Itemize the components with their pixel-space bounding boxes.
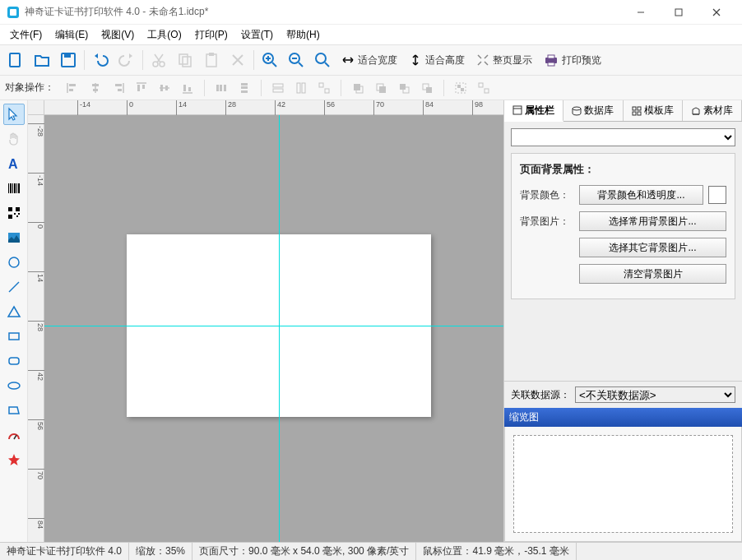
fit-height-button[interactable]: 适合高度 [404,53,470,67]
menu-file[interactable]: 文件(F) [3,26,49,44]
save-button[interactable] [56,48,81,72]
menu-print[interactable]: 打印(P) [188,26,234,44]
menu-view[interactable]: 视图(V) [95,26,141,44]
same-width-icon[interactable] [268,78,288,98]
titlebar: 神奇证卡证书打印软件 4.0 - 未命名1.idcp* [0,0,742,25]
svg-rect-96 [513,106,522,114]
choose-common-bg-button[interactable]: 选择常用背景图片... [579,211,726,231]
guide-horizontal[interactable] [44,326,503,326]
ruler-corner [28,100,44,115]
menu-edit[interactable]: 编辑(E) [49,26,95,44]
line-tool[interactable] [3,276,25,298]
status-page-size: 页面尺寸：90.0 毫米 x 54.0 毫米, 300 像素/英寸 [192,543,416,560]
group-icon[interactable] [451,78,471,98]
align-bottom-icon[interactable] [178,78,197,98]
align-top-icon[interactable] [132,78,151,98]
svg-rect-16 [209,53,214,56]
distribute-h-icon[interactable] [211,78,231,98]
zoom-out-button[interactable] [284,48,308,72]
horizontal-ruler[interactable]: -14 0 14 28 42 56 70 84 98 [44,100,503,115]
svg-rect-58 [273,89,283,92]
delete-button[interactable] [225,48,250,72]
vertical-ruler[interactable]: -28 -14 0 14 28 42 56 70 84 [28,115,44,542]
zoom-actual-button[interactable] [310,48,335,72]
star-tool[interactable] [3,449,25,470]
svg-point-26 [316,53,326,63]
gauge-tool[interactable] [3,424,25,446]
align-left-icon[interactable] [63,78,82,98]
ops-sep [261,80,262,96]
bg-color-swatch[interactable] [708,186,726,204]
svg-rect-77 [8,183,9,193]
ruler-tick: 98 [472,100,483,115]
toolbar-sep [253,50,254,70]
fit-width-button[interactable]: 适合宽度 [336,53,402,67]
svg-rect-73 [461,88,464,91]
choose-other-bg-button[interactable]: 选择其它背景图片... [579,238,726,257]
qrcode-tool[interactable] [3,202,25,224]
guide-vertical[interactable] [279,115,280,542]
tab-properties[interactable]: 属性栏 [504,100,563,122]
clear-bg-button[interactable]: 清空背景图片 [579,264,726,284]
print-preview-button[interactable]: 打印预览 [539,53,606,67]
paste-button[interactable] [199,48,224,72]
select-tool[interactable] [3,104,25,125]
full-page-button[interactable]: 整页显示 [471,53,537,67]
datasource-label: 关联数据源： [511,388,570,402]
send-backward-icon[interactable] [417,78,437,98]
copy-button[interactable] [173,48,197,72]
svg-rect-40 [115,84,122,86]
roundrect-tool[interactable] [3,350,25,372]
ungroup-icon[interactable] [474,78,494,98]
object-selector[interactable] [511,128,735,146]
tab-templates[interactable]: 模板库 [624,100,683,121]
barcode-tool[interactable] [3,178,25,199]
object-ops-bar: 对象操作： [0,76,742,100]
align-middle-icon[interactable] [155,78,174,98]
status-zoom: 缩放：35% [129,543,192,560]
tab-materials[interactable]: 素材库 [683,100,742,121]
svg-rect-81 [16,183,17,193]
text-tool[interactable]: A [3,153,25,174]
image-tool[interactable] [3,227,25,248]
cut-button[interactable] [146,48,171,72]
svg-rect-75 [485,89,489,93]
hand-tool[interactable] [3,128,25,150]
redo-button[interactable] [114,48,139,72]
menu-setting[interactable]: 设置(T) [234,26,280,44]
close-button[interactable] [698,0,735,25]
tab-database[interactable]: 数据库 [563,100,623,121]
undo-button[interactable] [88,48,113,72]
circle-tool[interactable] [3,252,25,273]
ops-sep [204,80,205,96]
minimize-button[interactable] [622,0,660,25]
right-panel: 属性栏 数据库 模板库 素材库 页面背景属性： 背景颜色： 背景颜色和透明度..… [503,100,742,542]
align-center-h-icon[interactable] [86,78,105,98]
bring-forward-icon[interactable] [394,78,414,98]
ellipse-tool[interactable] [3,375,25,396]
bring-front-icon[interactable] [348,78,368,98]
open-button[interactable] [30,48,54,72]
svg-rect-51 [216,85,219,91]
triangle-tool[interactable] [3,301,25,322]
page-bg-group: 页面背景属性： 背景颜色： 背景颜色和透明度... 背景图片： 选择常用背景图片… [511,153,735,299]
bg-color-button[interactable]: 背景颜色和透明度... [579,185,703,205]
distribute-v-icon[interactable] [234,78,254,98]
svg-rect-78 [10,183,12,193]
rect-tool[interactable] [3,326,25,347]
right-panel-tabs: 属性栏 数据库 模板库 素材库 [504,100,742,122]
datasource-select[interactable]: <不关联数据源> [575,386,735,403]
zoom-in-button[interactable] [257,48,282,72]
svg-rect-85 [8,215,12,219]
ruler-tick: -14 [28,173,44,186]
align-right-icon[interactable] [109,78,128,98]
polygon-tool[interactable] [3,400,25,421]
canvas-viewport[interactable] [44,115,503,542]
send-back-icon[interactable] [371,78,391,98]
new-button[interactable] [3,48,28,72]
maximize-button[interactable] [660,0,698,25]
menu-help[interactable]: 帮助(H) [280,26,327,44]
menu-tool[interactable]: 工具(O) [141,26,188,44]
same-size-icon[interactable] [314,78,334,98]
same-height-icon[interactable] [291,78,311,98]
